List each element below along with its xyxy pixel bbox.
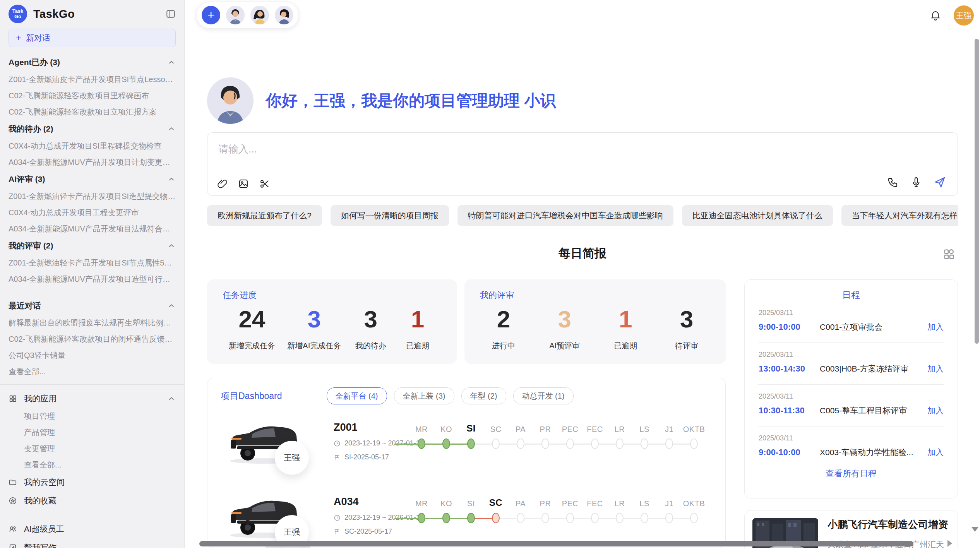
list-item[interactable]: C02-飞腾新能源轻客改款项目里程碑画布 bbox=[9, 87, 176, 104]
milestone-label: KO bbox=[440, 495, 452, 508]
join-button[interactable]: 加入 bbox=[927, 322, 944, 332]
join-button[interactable]: 加入 bbox=[927, 447, 944, 458]
suggestion-chip[interactable]: 如何写一份清晰的项目周报 bbox=[331, 205, 449, 226]
stat-value: 3 bbox=[353, 302, 388, 337]
list-item[interactable]: C0X4-动力总成开发项目SI里程碑提交物检查 bbox=[9, 138, 176, 154]
agent-avatar-2[interactable] bbox=[250, 6, 269, 24]
user-avatar[interactable]: 王强 bbox=[954, 5, 974, 26]
stat-label: 已逾期 bbox=[400, 341, 435, 351]
join-button[interactable]: 加入 bbox=[927, 363, 944, 374]
milestone: J1 bbox=[657, 421, 682, 449]
list-item[interactable]: A034-全新新能源MUV产品开发项目造型可行性评审 bbox=[9, 271, 176, 287]
list-item[interactable]: 公司Q3轻卡销量 bbox=[9, 347, 176, 363]
scroll-right-arrow-icon[interactable] bbox=[947, 540, 952, 547]
view-all-schedule-link[interactable]: 查看所有日程 bbox=[745, 468, 958, 480]
list-item[interactable]: Z001-全新燃油轻卡产品开发项目SI节点属性5D文件评审 bbox=[9, 255, 176, 271]
collapse-sidebar-icon[interactable] bbox=[166, 9, 176, 19]
section-recent-chats[interactable]: 最近对话 bbox=[9, 297, 176, 315]
image-icon[interactable] bbox=[238, 178, 249, 189]
stat-in-progress: 2 进行中 bbox=[486, 302, 521, 351]
stat-ai-prereview: 3 AI预评审 bbox=[547, 302, 582, 351]
sidebar-item-change-mgmt[interactable]: 变更管理 bbox=[9, 440, 176, 457]
list-item[interactable]: Z001-全新燃油轻卡产品开发项目SI造型提交物评审 bbox=[9, 188, 176, 204]
project-code: Z001 bbox=[334, 421, 409, 433]
new-chat-label: 新对话 bbox=[26, 33, 50, 43]
add-agent-button[interactable]: + bbox=[202, 6, 220, 24]
view-all-chats[interactable]: 查看全部... bbox=[9, 363, 176, 380]
list-item[interactable]: 解释最新出台的欧盟报废车法规再生塑料比例被调至15%... bbox=[9, 315, 176, 331]
section-ai-review[interactable]: AI评审 (3) bbox=[9, 170, 176, 188]
vertical-scrollbar[interactable] bbox=[975, 39, 979, 344]
microphone-icon[interactable] bbox=[910, 176, 922, 188]
sidebar-item-ai-super-staff[interactable]: AI超级员工 bbox=[9, 520, 176, 538]
milestone: SC bbox=[483, 421, 508, 449]
section-agent-done[interactable]: Agent已办 (3) bbox=[9, 53, 176, 71]
milestone-dot bbox=[616, 438, 624, 449]
milestone-track: MR KO SI SC PA PR bbox=[409, 495, 706, 523]
list-item[interactable]: C02-飞腾新能源轻客改款项目的闭环通告反馈情况 bbox=[9, 331, 176, 347]
stat-value: 1 bbox=[608, 302, 643, 337]
horizontal-scrollbar[interactable] bbox=[199, 541, 913, 546]
filter-new-body[interactable]: 全新上装 (3) bbox=[394, 387, 454, 404]
app-title: TaskGo bbox=[33, 8, 75, 21]
new-chat-button[interactable]: + 新对话 bbox=[9, 29, 176, 47]
message-input[interactable] bbox=[218, 143, 841, 156]
project-visual: 王强 bbox=[225, 418, 334, 479]
bell-icon[interactable] bbox=[930, 10, 941, 21]
filter-new-platform[interactable]: 全新平台 (4) bbox=[327, 387, 387, 404]
milestone-dot bbox=[616, 513, 624, 523]
sidebar-item-favorites[interactable]: 我的收藏 bbox=[9, 491, 176, 510]
sidebar-item-my-apps[interactable]: 我的应用 bbox=[9, 389, 176, 408]
list-item[interactable]: Z001-全新燃油皮卡产品开发项目SI节点Lesson Learn报告 bbox=[9, 71, 176, 87]
list-item[interactable]: A034-全新新能源MUV产品开发项目计划变更表编写 bbox=[9, 154, 176, 170]
chevron-up-icon[interactable] bbox=[167, 58, 176, 67]
chevron-up-icon[interactable] bbox=[167, 175, 176, 183]
project-row[interactable]: 王强 A034 2023-12-19 ~ 2026-01-19 bbox=[221, 492, 725, 548]
sidebar-scroll: Agent已办 (3) Z001-全新燃油皮卡产品开发项目SI节点Lesson … bbox=[0, 51, 184, 548]
attachment-icon[interactable] bbox=[217, 178, 228, 189]
send-icon[interactable] bbox=[934, 176, 946, 188]
phone-icon[interactable] bbox=[887, 176, 899, 188]
milestone: PEC bbox=[558, 421, 583, 449]
section-my-todo[interactable]: 我的待办 (2) bbox=[9, 120, 176, 138]
schedule-card: 日程 2025/03/11 9:00-10:00 C001-立项审批会 加入 2 bbox=[744, 279, 958, 498]
sidebar-item-help-me-write[interactable]: 帮我写作 bbox=[9, 538, 176, 548]
list-item[interactable]: A034-全新新能源MUV产品开发项目法规符合性评审 bbox=[9, 221, 176, 237]
suggestion-chip[interactable]: 比亚迪全固态电池计划具体说了什么 bbox=[682, 205, 833, 226]
sidebar-item-project-mgmt[interactable]: 项目管理 bbox=[9, 408, 176, 424]
agent-avatar-1[interactable] bbox=[226, 6, 245, 24]
milestone-label: LS bbox=[639, 421, 649, 434]
project-flag: SC-2025-05-17 bbox=[334, 527, 409, 536]
assistant-avatar bbox=[207, 77, 254, 124]
suggestion-chip[interactable]: 特朗普可能对进口汽车增税会对中国车企造成哪些影响 bbox=[457, 205, 673, 226]
chevron-up-icon[interactable] bbox=[167, 394, 176, 403]
filter-powertrain[interactable]: 动总开发 (1) bbox=[513, 387, 574, 404]
schedule-name: X003-车辆动力学性能验... bbox=[820, 447, 922, 458]
scissors-icon[interactable] bbox=[259, 178, 270, 189]
suggestion-chip[interactable]: 当下年轻人对汽车外观有怎样的喜好趋势 bbox=[841, 205, 958, 226]
list-item[interactable]: C02-飞腾新能源轻客改款项目立项汇报方案 bbox=[9, 104, 176, 120]
scroll-down-arrow-icon[interactable] bbox=[971, 527, 978, 532]
chevron-up-icon[interactable] bbox=[167, 125, 176, 133]
layout-grid-icon[interactable] bbox=[942, 248, 956, 261]
divider bbox=[0, 292, 184, 292]
briefing-header: 每日简报 bbox=[207, 245, 958, 264]
view-all-apps[interactable]: 查看全部... bbox=[9, 457, 176, 473]
project-row[interactable]: 王强 Z001 2023-12-19 ~ 2027-01-19 bbox=[221, 418, 725, 479]
stat-value: 3 bbox=[669, 302, 704, 337]
list-item[interactable]: C0X4-动力总成开发项目工程变更评审 bbox=[9, 204, 176, 221]
sidebar-item-product-mgmt[interactable]: 产品管理 bbox=[9, 424, 176, 440]
sidebar-item-cloud-space[interactable]: 我的云空间 bbox=[9, 473, 176, 491]
milestone: SI bbox=[459, 421, 483, 449]
chevron-up-icon[interactable] bbox=[167, 301, 176, 310]
filter-year-model[interactable]: 年型 (2) bbox=[461, 387, 506, 404]
project-visual: 王强 bbox=[225, 492, 334, 548]
agent-avatar-3[interactable] bbox=[275, 6, 293, 24]
project-code: A034 bbox=[334, 496, 409, 508]
milestone-dot bbox=[418, 438, 425, 449]
join-button[interactable]: 加入 bbox=[927, 405, 944, 416]
section-my-review[interactable]: 我的评审 (2) bbox=[9, 237, 176, 255]
chevron-up-icon[interactable] bbox=[167, 241, 176, 250]
milestone-dot bbox=[492, 513, 500, 523]
suggestion-chip[interactable]: 欧洲新规最近颁布了什么? bbox=[207, 205, 322, 226]
